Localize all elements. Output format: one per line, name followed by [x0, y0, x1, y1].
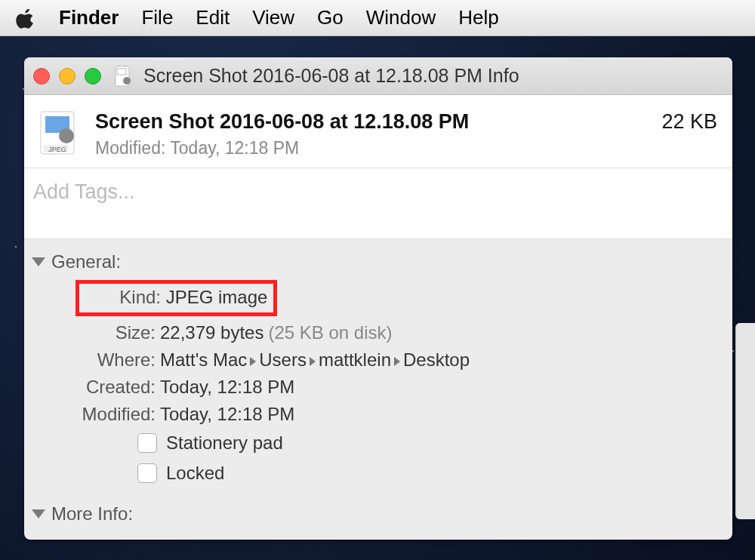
stationery-row: Stationery pad [32, 428, 725, 458]
kind-row: Kind: JPEG image [32, 277, 725, 319]
tags-section [24, 168, 732, 239]
stationery-checkbox[interactable] [137, 433, 157, 453]
created-row: Created: Today, 12:18 PM [32, 374, 725, 401]
background-window-hint [735, 323, 755, 519]
more-info-section: More Info: [24, 491, 732, 540]
file-preview-icon: JPEG [39, 110, 82, 155]
path-separator-icon [250, 357, 256, 366]
menubar: Finder File Edit View Go Window Help [0, 0, 755, 36]
where-row: Where: Matt's MacUsersmattkleinDesktop [32, 346, 725, 374]
window-title: Screen Shot 2016-06-08 at 12.18.08 PM In… [143, 65, 519, 87]
menu-help[interactable]: Help [458, 6, 498, 29]
path-separator-icon [310, 357, 316, 366]
more-info-disclosure[interactable]: More Info: [32, 499, 725, 529]
apple-logo-icon[interactable] [15, 8, 36, 29]
svg-text:JPEG: JPEG [48, 146, 66, 153]
close-button[interactable] [33, 68, 50, 85]
zoom-button[interactable] [85, 68, 101, 85]
proxy-icon[interactable] [115, 66, 133, 87]
menu-window[interactable]: Window [366, 6, 436, 29]
general-disclosure[interactable]: General: [32, 247, 725, 277]
filename[interactable]: Screen Shot 2016-06-08 at 12.18.08 PM [95, 110, 648, 134]
locked-row: Locked [32, 458, 725, 488]
modified-row: Modified: Today, 12:18 PM [32, 401, 725, 428]
stationery-label: Stationery pad [166, 432, 283, 454]
general-section: General: Kind: JPEG image Size: 22,379 b… [24, 239, 732, 491]
menubar-app-name[interactable]: Finder [59, 6, 119, 29]
minimize-button[interactable] [59, 68, 76, 85]
path-separator-icon [394, 357, 400, 366]
menu-edit[interactable]: Edit [196, 6, 230, 29]
svg-point-5 [59, 128, 74, 143]
locked-label: Locked [166, 463, 224, 484]
window-controls [33, 68, 101, 85]
modified-subtitle: Modified: Today, 12:18 PM [95, 138, 648, 158]
size-row: Size: 22,379 bytes (25 KB on disk) [32, 319, 725, 346]
tags-input[interactable] [24, 168, 732, 238]
menu-view[interactable]: View [252, 6, 294, 29]
kind-highlight: Kind: JPEG image [76, 280, 277, 316]
file-header: JPEG Screen Shot 2016-06-08 at 12.18.08 … [24, 95, 732, 168]
menu-file[interactable]: File [141, 6, 173, 29]
chevron-down-icon [32, 509, 45, 518]
svg-point-1 [123, 77, 131, 85]
more-info-label: More Info: [51, 503, 133, 525]
info-window: Screen Shot 2016-06-08 at 12.18.08 PM In… [24, 57, 732, 540]
desktop: Screen Shot 2016-06-08 at 12.18.08 PM In… [0, 36, 755, 560]
menu-go[interactable]: Go [317, 6, 344, 29]
svg-rect-2 [117, 69, 126, 75]
filesize: 22 KB [661, 110, 717, 134]
general-label: General: [51, 251, 121, 272]
locked-checkbox[interactable] [137, 463, 157, 483]
chevron-down-icon [32, 257, 45, 266]
titlebar[interactable]: Screen Shot 2016-06-08 at 12.18.08 PM In… [24, 57, 732, 95]
